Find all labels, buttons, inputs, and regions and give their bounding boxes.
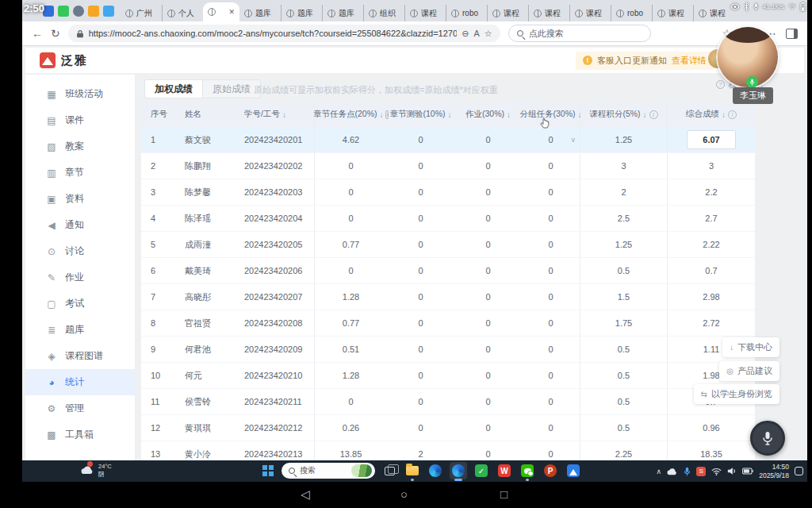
sidebar-item[interactable]: ▤ 课件 xyxy=(25,107,135,133)
info-icon[interactable]: i xyxy=(728,110,737,119)
taskbar-search-box[interactable]: 搜索 xyxy=(282,463,375,479)
browser-tab[interactable]: 题库 ✕ xyxy=(281,5,322,21)
chevron-down-icon[interactable]: ∨ xyxy=(570,136,576,144)
table-header-cell[interactable]: 课程积分(5%) ↓ i xyxy=(580,102,668,127)
address-bar[interactable]: https://mooc2-ans.chaoxing.com/mooc2-ans… xyxy=(68,25,500,42)
refresh-icon[interactable]: ↻ xyxy=(51,28,60,39)
green-app-icon[interactable]: ✓ xyxy=(473,462,490,479)
sidebar-item[interactable]: ▩ 工具箱 xyxy=(25,421,135,448)
speaker-icon[interactable] xyxy=(727,467,737,475)
sidebar-item[interactable]: ▢ 考试 xyxy=(25,291,135,317)
powerpoint-icon[interactable]: P xyxy=(542,462,559,479)
wifi-icon[interactable] xyxy=(711,468,722,475)
browser-tab[interactable]: robo ✕ xyxy=(446,5,487,21)
table-row[interactable]: 2 陈鹏翔 202423420202 0 0 0 0 3 3 xyxy=(141,153,755,179)
table-header-cell[interactable]: 分组任务(30%) ↓ xyxy=(522,102,580,127)
browser-tab[interactable]: 课程 ✕ xyxy=(693,5,734,21)
android-home-button[interactable]: ○ xyxy=(400,487,408,501)
file-explorer-icon[interactable] xyxy=(404,462,421,479)
service-notice[interactable]: ! 客服入口更新通知 查看详情 xyxy=(576,52,714,70)
pinned-tab-favicon[interactable] xyxy=(58,6,69,17)
xuexitong-icon[interactable] xyxy=(565,462,582,479)
sidebar-item[interactable]: ▦ 班级活动 xyxy=(25,81,135,107)
sidebar-item[interactable]: ⊙ 讨论 xyxy=(25,238,135,264)
start-button-icon[interactable] xyxy=(262,465,274,476)
voice-assistant-button[interactable] xyxy=(750,421,785,456)
sidebar-item[interactable]: ▧ 教案 xyxy=(25,133,135,160)
browser-tab[interactable]: 个人 ✕ xyxy=(162,5,203,21)
info-icon[interactable]: i xyxy=(649,110,658,119)
tab-weighted-score[interactable]: 加权成绩 xyxy=(144,79,203,98)
tab-close-icon[interactable]: ✕ xyxy=(228,8,235,16)
red-app-tray-icon[interactable]: S xyxy=(696,467,706,476)
sidebar-item[interactable]: ◈ 课程图谱 xyxy=(25,343,135,369)
sort-icon[interactable]: ↓ xyxy=(578,110,582,119)
android-back-button[interactable]: ◁ xyxy=(301,487,310,502)
onedrive-cloud-icon[interactable] xyxy=(667,468,678,475)
sidebar-item[interactable]: ▣ 资料 xyxy=(25,186,135,212)
favorite-star-icon[interactable]: ☆ xyxy=(485,29,492,39)
sidebar-item[interactable]: ◀ 通知 xyxy=(25,212,135,238)
task-view-icon[interactable] xyxy=(381,462,398,479)
browser-tab[interactable]: 组织 ✕ xyxy=(363,5,404,21)
table-header-cell[interactable]: 姓名 xyxy=(177,102,236,127)
browser-tab[interactable]: 广州 ✕ xyxy=(121,5,162,21)
table-row-selected[interactable]: 1 蔡文骏 202423420201 4.62 0 0 0 ∨ 1.25 6.0… xyxy=(141,127,755,153)
browser-tab[interactable]: 课程 ✕ xyxy=(404,5,446,21)
browser-tab[interactable]: 题库 ✕ xyxy=(239,5,281,21)
table-row[interactable]: 9 何君池 202423420209 0.51 0 0 0 0.5 1.11 xyxy=(141,337,755,363)
download-center-button[interactable]: ↓ 下载中心 xyxy=(722,337,779,357)
browser-tab[interactable]: ✕ xyxy=(203,2,239,21)
read-aloud-icon[interactable]: A xyxy=(474,29,480,38)
notification-icon[interactable] xyxy=(795,467,803,475)
notice-detail-link[interactable]: 查看详情 xyxy=(672,55,707,67)
table-row[interactable]: 4 陈泽瑶 202423420204 0 0 0 0 2.5 2.7 xyxy=(141,206,755,232)
sidebar-item[interactable]: ⚙ 管理 xyxy=(25,395,135,421)
tab-raw-score[interactable]: 原始成绩 xyxy=(203,79,261,98)
table-row[interactable]: 3 陈梦馨 202423420203 0 0 0 0 2 2.2 xyxy=(141,179,755,206)
sort-icon[interactable]: ↓ xyxy=(722,110,726,119)
edge-browser-active-icon[interactable] xyxy=(450,462,467,479)
browser-tab[interactable]: robo ✕ xyxy=(611,5,652,21)
sidebar-panel-icon[interactable] xyxy=(786,29,798,39)
sort-icon[interactable]: ↓ xyxy=(379,110,383,119)
total-score-input[interactable]: 6.07 xyxy=(687,130,736,149)
wps-office-icon[interactable]: W xyxy=(496,462,513,479)
sort-icon[interactable]: ↓ xyxy=(507,110,511,119)
pinned-tab-favicon[interactable] xyxy=(43,6,54,17)
table-row[interactable]: 12 黄琪琪 202423420212 0.26 0 0 0 0.5 0.96 xyxy=(141,415,755,441)
pinned-tab-favicon[interactable] xyxy=(73,6,84,17)
table-row[interactable]: 5 成雨潼 202423420205 0.77 0 0 0 1.25 2.22 xyxy=(141,232,755,258)
edge-browser-icon[interactable] xyxy=(427,462,444,479)
pinned-tab-favicon[interactable] xyxy=(88,6,99,17)
sidebar-item[interactable]: ✎ 作业 xyxy=(25,264,135,291)
sidebar-item[interactable]: ≣ 题库 xyxy=(25,317,135,343)
sidebar-item[interactable]: ◕ 统计 xyxy=(25,369,135,395)
tray-expand-icon[interactable]: ∧ xyxy=(657,468,662,475)
tray-clock[interactable]: 14:50 2025/9/18 xyxy=(759,463,789,479)
table-header-cell[interactable]: 学号/工号 ↓ xyxy=(236,102,315,127)
sort-icon[interactable]: ↓ xyxy=(448,110,452,119)
table-row[interactable]: 8 官祖贤 202423420208 0.77 0 0 0 1.75 2.72 xyxy=(141,310,755,337)
browser-tab[interactable]: 课程 ✕ xyxy=(569,5,611,21)
browser-tab[interactable]: 课程 ✕ xyxy=(528,5,569,21)
table-header-cell[interactable]: 综合成绩 ↓ i xyxy=(668,102,755,127)
table-row[interactable]: 7 高晓彤 202423420207 1.28 0 0 0 1.5 2.98 xyxy=(141,284,755,310)
table-header-cell[interactable]: 章节测验(10%) ↓ xyxy=(387,102,454,127)
battery-icon[interactable] xyxy=(742,468,753,475)
table-row[interactable]: 10 何元 202423420210 1.28 0 0 0 0.5 1.98 xyxy=(141,363,755,389)
pinned-tab-favicon[interactable] xyxy=(103,6,114,17)
table-header-cell[interactable]: 作业(30%) ↓ xyxy=(454,102,522,127)
wechat-icon[interactable] xyxy=(519,462,536,479)
zoom-icon[interactable]: ⊖ xyxy=(462,29,469,39)
sort-icon[interactable]: ↓ xyxy=(282,110,286,119)
product-feedback-button[interactable]: ◎ 产品建议 xyxy=(719,361,779,381)
browser-tab[interactable]: 课程 ✕ xyxy=(652,5,693,21)
browser-search-box[interactable]: 点此搜索 xyxy=(508,25,651,42)
android-recents-button[interactable]: □ xyxy=(500,487,508,501)
table-row[interactable]: 6 戴美琦 202423420206 0 0 0 0 0.5 0.7 xyxy=(141,258,755,284)
browser-tab[interactable]: 课程 ✕ xyxy=(487,5,528,21)
back-icon[interactable]: ← xyxy=(32,28,43,39)
table-header-cell[interactable]: 序号 xyxy=(141,102,177,127)
sidebar-item[interactable]: ▥ 章节 xyxy=(25,160,135,186)
